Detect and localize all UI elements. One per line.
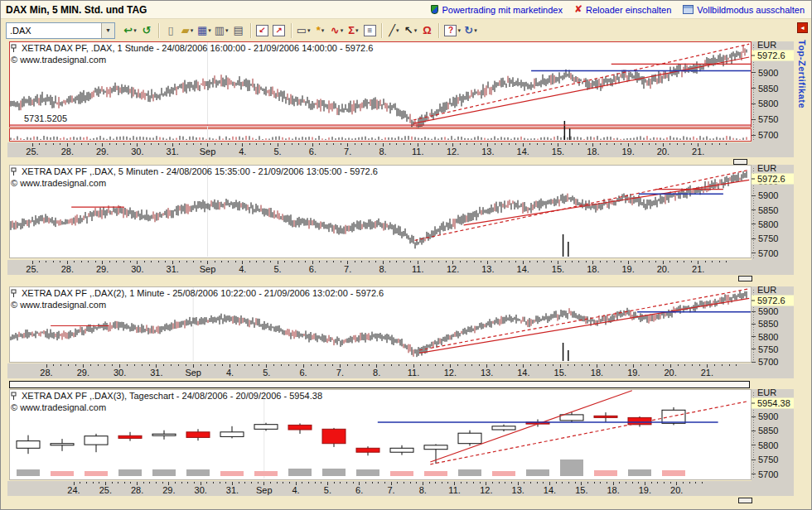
candle-body [560,415,583,421]
volume-bar [662,470,685,476]
y-tick-label: 5900 [758,411,778,421]
chart-copyright: © www.tradesignal.com [11,402,106,412]
candle-body [186,432,210,438]
y-tick-label: 5900 [758,190,778,200]
x-tick-label: 11. [412,264,423,274]
x-tick-label: 29. [96,264,109,274]
x-tick-label: 20. [670,485,683,495]
axis-currency-label: EUR [757,163,776,173]
x-tick-label: 12. [480,485,492,495]
volume-bar [152,469,176,476]
x-tick-label: 8. [419,485,427,495]
x-tick-label: 14. [517,368,529,378]
date-axis-strip [7,260,794,275]
y-tick-label: 5800 [758,99,778,108]
candle-body [118,435,142,438]
x-tick-label: 31. [226,485,239,495]
chart-copyright: © www.tradesignal.com [11,178,106,188]
x-tick-label: 30. [114,368,126,378]
x-tick-label: 28. [40,368,52,378]
candle-body [152,434,176,435]
x-tick-label: 15. [554,368,567,378]
y-tick-label: 5850 [758,319,778,329]
chart-copyright: © www.tradesignal.com [11,55,106,65]
x-tick-label: 20. [657,147,669,156]
x-tick-label: 8. [373,368,380,378]
x-tick-label: 21. [692,264,704,274]
x-tick-label: 19. [621,147,634,156]
h-scroll-handle[interactable] [738,498,752,503]
x-tick-label: 15. [575,485,587,495]
x-tick-label: 5. [274,147,282,156]
volume-bar [288,469,312,476]
collapse-panel-button[interactable]: ◄ [797,22,808,33]
volume-bar [492,471,515,476]
volume-bar [220,471,244,476]
last-price-label: 5972.6 [757,296,785,306]
x-tick-label: 12. [447,147,459,156]
candle-body [322,429,346,443]
axis-currency-label: EUR [757,40,776,50]
x-tick-label: Sep [185,368,201,378]
x-tick-label: 19. [627,368,640,378]
side-tab-top-zertifikate[interactable]: Top-Zertifikate [797,40,807,108]
x-tick-label: 11. [408,368,419,378]
volume-bar [51,471,74,476]
x-tick-label: 13. [481,264,494,274]
x-tick-label: 7. [387,485,394,495]
volume-bar [322,469,346,476]
y-tick-label: 5900 [758,68,778,78]
x-tick-label: 28. [131,485,143,495]
h-scrollbar[interactable] [9,381,749,387]
volume-bar [526,469,549,476]
x-tick-label: 6. [309,264,317,274]
candle-body [390,448,413,452]
x-tick-label: 31. [150,368,162,378]
x-tick-label: 5. [324,485,331,495]
x-tick-label: 31. [167,264,179,274]
y-tick-label: 5900 [758,306,778,316]
x-tick-label: 29. [96,147,109,156]
h-scroll-handle[interactable] [733,159,747,164]
x-tick-label: 5. [263,368,270,378]
candle-body [51,444,74,445]
x-tick-label: 25. [26,147,38,156]
side-panel-tab: ◄ Top-Zertifikate [795,22,812,509]
y-tick-label: 5700 [758,357,778,367]
y-tick-label: 5850 [758,84,778,94]
x-tick-label: 24. [67,485,80,495]
chart-panel-dax-5min: EUR5950590058505800575057005972.625.28.2… [7,163,794,281]
x-tick-label: 12. [444,368,457,378]
x-tick-label: 12. [447,264,459,274]
chart-title: XETRA DAX PF ,.DAX, 5 Minuten - 24/08/20… [22,166,378,176]
charts-canvas: 5731.5205EUR5950590058505800575057005972… [1,1,812,510]
x-tick-label: 21. [701,368,713,378]
last-price-label: 5972.6 [757,174,785,184]
candle-body [220,432,244,437]
x-tick-label: 4. [292,485,300,495]
y-tick-label: 5850 [758,426,778,435]
x-tick-label: 4. [239,264,246,274]
chart-title: XETRA DAX PF ,.DAX(2), 1 Minute - 25/08/… [22,288,384,298]
candle-body [492,426,515,430]
x-tick-label: 18. [591,368,603,378]
x-tick-label: 11. [448,485,460,495]
support-level-label: 5731.5205 [24,113,67,123]
candle-body [288,425,312,430]
x-tick-label: 29. [162,485,175,495]
x-tick-label: 18. [587,264,599,274]
chart-title: XETRA DAX PF, .DAX, 1 Stunde - 24/08/200… [22,43,373,53]
volume-bar [424,471,447,476]
volume-bar [85,471,108,476]
x-tick-label: 7. [344,147,351,156]
y-tick-label: 5750 [758,114,778,124]
x-tick-label: 14. [517,264,529,274]
candle-body [85,436,108,445]
h-scroll-handle[interactable] [738,276,752,281]
x-tick-label: Sep [200,147,216,156]
x-tick-label: 20. [657,264,669,274]
x-tick-label: 11. [412,147,423,156]
volume-bar [628,469,651,476]
chart-panel-dax-1h: 5731.5205EUR5950590058505800575057005972… [7,40,794,164]
price-pane [9,389,751,479]
